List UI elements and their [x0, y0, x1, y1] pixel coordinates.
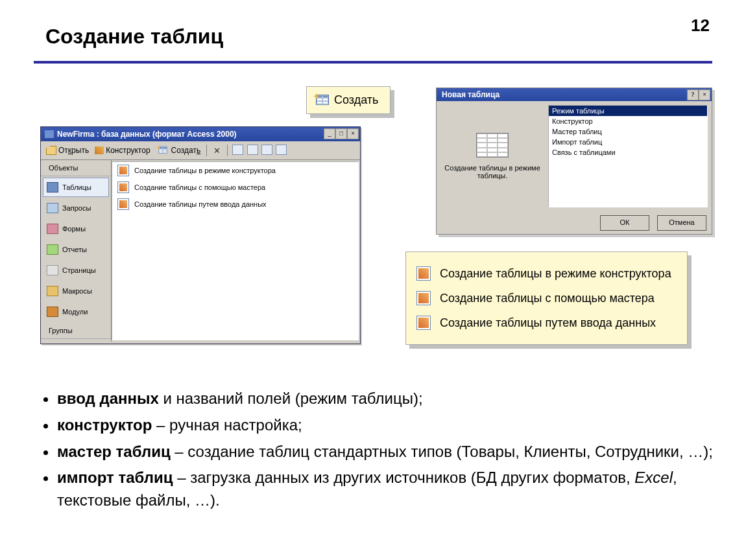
access-toolbar: Открыть Конструктор ✦ Создать ✕: [41, 141, 360, 160]
sidebar-item-macros[interactable]: Макросы: [43, 281, 109, 301]
callout-wizard-list: Создание таблицы в режиме конструктора С…: [405, 251, 688, 345]
option-wizard[interactable]: Мастер таблиц: [549, 126, 707, 137]
sidebar-item-modules[interactable]: Модули: [43, 302, 109, 321]
report-icon: [47, 244, 58, 255]
callout-row: Создание таблицы путем ввода данных: [416, 310, 671, 335]
option-link[interactable]: Связь с таблицами: [549, 147, 707, 158]
list-item[interactable]: Создание таблицы в режиме конструктора: [112, 162, 358, 179]
sidebar-item-forms[interactable]: Формы: [43, 219, 109, 239]
wizard-icon: [117, 181, 129, 193]
bullet-item: конструктор – ручная настройка;: [57, 414, 746, 437]
list-item[interactable]: Создание таблицы с помощью мастера: [112, 179, 358, 196]
dialog-titlebar[interactable]: Новая таблица ? ×: [437, 88, 712, 101]
option-datasheet[interactable]: Режим таблицы: [549, 106, 707, 116]
view-large-icon[interactable]: [232, 145, 243, 155]
new-table-dialog: Новая таблица ? × Создание таблицы в реж…: [436, 88, 712, 235]
table-icon: [47, 182, 58, 192]
list-item[interactable]: Создание таблицы путем ввода данных: [112, 196, 358, 213]
dialog-preview: Создание таблицы в режиме таблицы.: [440, 105, 544, 207]
preview-text: Создание таблицы в режиме таблицы.: [440, 164, 544, 180]
view-small-icon[interactable]: [247, 145, 258, 155]
maximize-button[interactable]: □: [335, 128, 347, 139]
page-icon: [47, 265, 58, 275]
sidebar-item-pages[interactable]: Страницы: [43, 261, 109, 280]
view-list-icon[interactable]: [261, 145, 272, 155]
groups-header[interactable]: Группы: [41, 323, 111, 339]
module-icon: [47, 307, 58, 317]
sidebar-item-reports[interactable]: Отчеты: [43, 240, 109, 259]
option-design[interactable]: Конструктор: [549, 116, 707, 126]
toolbar-create[interactable]: ✦ Создать: [154, 143, 203, 158]
title-divider: [34, 61, 712, 64]
wizard-icon: [117, 165, 129, 176]
minimize-button[interactable]: _: [324, 128, 335, 139]
sidebar-item-queries[interactable]: Запросы: [43, 198, 109, 218]
callout-create-text: Создать: [334, 93, 378, 107]
window-titlebar[interactable]: NewFirma : база данных (формат Access 20…: [41, 127, 360, 141]
open-icon: [46, 146, 56, 155]
access-database-window: NewFirma : база данных (формат Access 20…: [40, 126, 361, 344]
dialog-title: Новая таблица: [442, 90, 499, 99]
toolbar-open[interactable]: Открыть: [44, 145, 91, 156]
page-title: Создание таблиц: [45, 25, 223, 49]
objects-header[interactable]: Объекты: [41, 160, 111, 176]
wizard-icon: [117, 198, 129, 210]
option-import[interactable]: Импорт таблиц: [549, 137, 707, 147]
cancel-button[interactable]: Отмена: [657, 215, 706, 231]
form-icon: [47, 224, 58, 234]
view-icons[interactable]: [232, 145, 287, 157]
new-icon: ✦: [158, 146, 167, 155]
wizard-icon: [416, 291, 431, 305]
bullet-item: ввод данных и названий полей (режим табл…: [57, 388, 746, 410]
bullet-item: импорт таблиц – загрузка данных из други…: [57, 467, 746, 512]
macro-icon: [47, 286, 58, 296]
page-number: 12: [691, 16, 710, 36]
sidebar-item-tables[interactable]: Таблицы: [43, 178, 109, 197]
dialog-close-button[interactable]: ×: [699, 89, 710, 100]
preview-table-icon: [476, 133, 509, 158]
app-icon: [45, 130, 54, 138]
callout-row: Создание таблицы с помощью мастера: [416, 286, 671, 310]
help-button[interactable]: ?: [687, 89, 699, 100]
objects-list: Создание таблицы в режиме конструктора С…: [112, 161, 359, 340]
callout-create-button: ✦ Создать: [306, 86, 391, 114]
delete-button[interactable]: ✕: [211, 146, 223, 156]
wizard-icon: [416, 266, 431, 281]
bullet-item: мастер таблиц – создание таблиц стандарт…: [57, 441, 746, 463]
close-button[interactable]: ×: [347, 128, 359, 139]
ok-button[interactable]: ОК: [600, 215, 649, 231]
view-details-icon[interactable]: [276, 145, 287, 155]
new-table-icon: ✦: [316, 95, 329, 106]
query-icon: [47, 203, 58, 213]
callout-row: Создание таблицы в режиме конструктора: [416, 261, 671, 286]
objects-sidebar: Объекты Таблицы Запросы Формы Отчеты Стр…: [41, 160, 112, 342]
design-icon: [95, 146, 104, 154]
bullet-list: ввод данных и названий полей (режим табл…: [39, 388, 746, 516]
toolbar-design[interactable]: Конструктор: [93, 145, 152, 156]
dialog-options-list[interactable]: Режим таблицы Конструктор Мастер таблиц …: [548, 105, 708, 207]
window-title: NewFirma : база данных (формат Access 20…: [57, 130, 237, 139]
wizard-icon: [416, 316, 431, 330]
